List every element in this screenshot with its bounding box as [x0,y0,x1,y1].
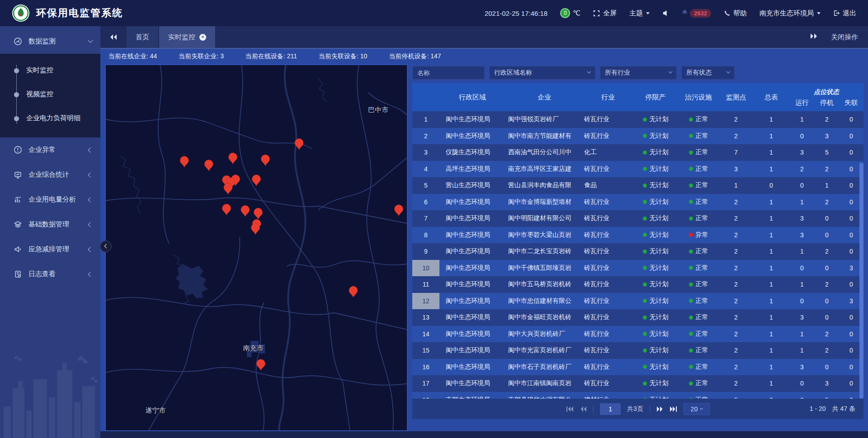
stats-bar: 当前在线企业: 44当前失联企业: 3当前在线设备: 211当前失联设备: 10… [100,49,868,64]
status-dot-green [643,332,647,336]
next-page-button[interactable] [656,406,663,412]
cell-stop-limit: 无计划 [633,260,678,277]
cell-pollution-facility: 正常 [678,326,719,343]
cell-industry: 砖瓦行业 [583,309,633,326]
map-panel[interactable]: 巴中市南充市遂宁市 [105,64,408,431]
cell-index: 7 [412,210,439,227]
table-row[interactable]: 16阆中生态环境局阆中市石子页岩机砖厂砖瓦行业无计划正常21300 [412,359,863,376]
table-row[interactable]: 4高坪生态环境局南充市高坪区王家店建砖瓦行业无计划正常31220 [412,161,863,178]
cell-halted: 0 [815,359,839,376]
region-filter-select[interactable]: 行政区域名称 [489,66,595,80]
sidebar-subitem[interactable]: 实时监控 [0,58,100,82]
sidebar-item[interactable]: 数据监测 [0,29,100,54]
table-row[interactable]: 15阆中生态环境局阆中市光富页岩机砖厂砖瓦行业无计划正常21120 [412,342,863,359]
table-row[interactable]: 6阆中生态环境局阆中市金博瑞新型墙材砖瓦行业无计划正常21120 [412,194,863,211]
status-dot-green [643,184,647,188]
tab-close-icon[interactable] [199,34,206,41]
sidebar-item[interactable]: 基础数据管理 [0,212,100,237]
table-row[interactable]: 14阆中生态环境局阆中大兴页岩机砖厂砖瓦行业无计划正常21120 [412,326,863,343]
close-operations-button[interactable]: 关闭操作 [831,33,858,42]
stat-label: 当前在线设备: [245,52,287,60]
layers-icon [14,220,23,229]
org-label: 南充市生态环境局 [760,9,814,18]
cell-region: 阆中生态环境局 [439,359,505,376]
cell-monitor-points: 2 [719,326,753,343]
sidebar-subitem[interactable]: 企业电力负荷明细 [0,106,100,130]
sidebar-item[interactable]: 企业用电量分析 [0,187,100,212]
map-pin-icon[interactable] [349,286,358,297]
table-row[interactable]: 10阆中生态环境局阆中千佛镇五郎垭页岩砖瓦行业无计划正常21003 [412,260,863,277]
map-pin-icon[interactable] [229,153,237,164]
map-pin-icon[interactable] [222,204,231,215]
table-row[interactable]: 17阆中生态环境局阆中市江南镇阆南页岩砖瓦行业无计划正常21030 [412,375,863,392]
table-row[interactable]: 3仪陇生态环境局西南油气田分公司川中化工无计划正常71350 [412,144,863,161]
map-pin-icon[interactable] [204,160,213,171]
table-row[interactable]: 18南部生态环境局南部县砚华水泥有限公建材行业无计划正常50050 [412,392,863,399]
scroll-tabs-left-button[interactable] [100,26,127,48]
logout-button[interactable]: 退出 [833,9,856,18]
table-row[interactable]: 11阆中生态环境局阆中市五马桥页岩机砖砖瓦行业无计划正常21120 [412,276,863,293]
prev-page-button[interactable] [580,406,587,412]
page-size-select[interactable]: 20 [684,403,710,415]
theme-label: 主题 [629,9,643,18]
map-pin-icon[interactable] [261,155,270,166]
table-row[interactable]: 2阆中生态环境局阆中市南方节能建材有砖瓦行业无计划正常21030 [412,128,863,145]
help-button[interactable]: 帮助 [724,9,747,18]
cell-running: 0 [789,260,815,277]
cell-stop-limit: 无计划 [633,210,678,227]
map-pin-icon[interactable] [241,206,250,217]
table-row[interactable]: 1阆中生态环境局阆中强锐页岩砖厂砖瓦行业无计划正常21120 [412,111,863,128]
map-pin-icon[interactable] [252,175,261,186]
table-row[interactable]: 9阆中生态环境局阆中市二龙长宝页岩砖砖瓦行业无计划正常21120 [412,243,863,260]
tab-实时监控[interactable]: 实时监控 [159,26,215,48]
first-page-button[interactable] [566,406,574,412]
sidebar-subitem[interactable]: 视频监控 [0,82,100,106]
name-filter-input[interactable] [412,66,485,80]
sidebar-subitem-label: 视频监控 [26,90,53,99]
map-pin-icon[interactable] [224,183,232,194]
notifications-button[interactable]: 2632 [681,9,711,18]
map-pin-icon[interactable] [257,359,265,371]
tab-首页[interactable]: 首页 [127,26,158,48]
map-pin-icon[interactable] [251,223,260,235]
table-row[interactable]: 13阆中生态环境局阆中市金福旺页岩机砖砖瓦行业无计划正常21300 [412,309,863,326]
sidebar-item[interactable]: 应急减排管理 [0,237,100,262]
cell-pollution-facility: 正常 [678,161,719,178]
sidebar-item[interactable]: 企业综合统计 [0,162,100,187]
table-row[interactable]: 8阆中生态环境局阆中市枣碧大梁山页岩砖瓦行业无计划异常21300 [412,227,863,244]
sidebar-item[interactable]: 企业异常 [0,137,100,162]
sidebar-item[interactable]: 日志查看 [0,262,100,287]
cell-company: 阆中市五马桥页岩机砖 [505,276,583,293]
org-dropdown[interactable]: 南充市生态环境局 [760,9,821,18]
status-filter-select[interactable]: 所有状态 [681,66,735,80]
chevron-down-icon [88,38,93,42]
phone-icon [724,10,730,16]
cell-industry: 砖瓦行业 [583,293,633,310]
bullet-dot-icon [14,116,19,121]
table-row[interactable]: 7阆中生态环境局阆中明阳建材有限公司砖瓦行业无计划正常21300 [412,210,863,227]
theme-dropdown[interactable]: 主题 [629,9,650,18]
stat-label: 当前在线企业: [108,52,150,60]
map-collapse-button[interactable] [100,240,112,252]
table-scrollbar[interactable] [859,111,863,399]
map-pin-icon[interactable] [395,205,403,216]
cell-company: 阆中明阳建材有限公司 [505,210,583,227]
page-number-input[interactable] [600,403,621,415]
map-pin-icon[interactable] [254,208,263,219]
table-row[interactable]: 12阆中生态环境局阆中市忠信建材有限公砖瓦行业无计划正常21003 [412,293,863,310]
industry-filter-select[interactable]: 所有行业 [600,66,677,80]
scroll-tabs-right-button[interactable] [810,33,817,41]
cell-industry: 砖瓦行业 [583,359,633,376]
cell-pollution-facility: 正常 [678,276,719,293]
cell-index: 3 [412,144,439,161]
last-page-button[interactable] [670,406,677,412]
chevron-left-icon [88,147,93,152]
page-size-value: 20 [691,405,698,413]
scrollbar-thumb[interactable] [859,163,863,399]
table-row[interactable]: 5营山生态环境局营山县润丰肉食品有限食品无计划正常10010 [412,177,863,194]
cell-halted: 2 [815,243,839,260]
stat-value: 44 [150,52,157,60]
fullscreen-button[interactable]: 全屏 [593,9,617,18]
map-pin-icon[interactable] [180,156,189,167]
sound-mute-button[interactable] [662,10,669,16]
